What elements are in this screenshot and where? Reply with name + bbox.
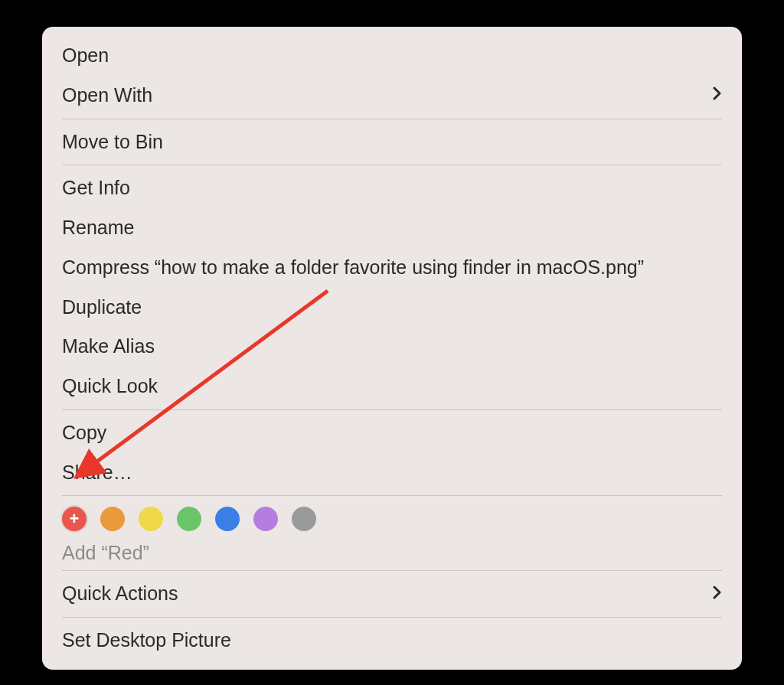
menu-item-label: Make Alias <box>62 331 155 361</box>
menu-divider <box>62 165 722 165</box>
menu-item-label: Share… <box>62 458 132 488</box>
plus-icon: + <box>70 510 80 527</box>
chevron-right-icon <box>713 82 722 108</box>
tag-red[interactable]: + <box>62 507 87 531</box>
menu-divider <box>62 570 722 571</box>
menu-item-compress[interactable]: Compress “how to make a folder favorite … <box>42 248 742 288</box>
menu-divider <box>62 495 722 496</box>
tag-green[interactable] <box>177 507 201 531</box>
tag-yellow[interactable] <box>139 507 163 531</box>
tag-row: + <box>62 507 722 531</box>
menu-item-label: Quick Actions <box>62 579 178 608</box>
menu-item-quick-actions[interactable]: Quick Actions <box>42 574 742 614</box>
menu-item-quick-look[interactable]: Quick Look <box>42 367 742 406</box>
tag-orange[interactable] <box>100 507 125 531</box>
menu-item-rename[interactable]: Rename <box>42 208 742 248</box>
menu-item-label: Duplicate <box>62 292 142 322</box>
tag-blue[interactable] <box>215 507 240 531</box>
menu-item-label: Open With <box>62 80 152 110</box>
menu-item-label: Set Desktop Picture <box>62 625 231 655</box>
menu-divider <box>62 119 722 119</box>
menu-item-label: Get Info <box>62 173 130 203</box>
menu-item-open-with[interactable]: Open With <box>42 76 742 116</box>
tag-purple[interactable] <box>253 507 278 531</box>
menu-item-duplicate[interactable]: Duplicate <box>42 288 742 328</box>
tag-gray[interactable] <box>292 507 316 531</box>
tag-caption: Add “Red” <box>62 542 722 564</box>
menu-item-label: Move to Bin <box>62 127 163 157</box>
tags-section: + Add “Red” <box>42 499 742 567</box>
menu-item-label: Compress “how to make a folder favorite … <box>62 253 644 282</box>
menu-item-label: Quick Look <box>62 371 158 401</box>
menu-item-label: Copy <box>62 418 106 448</box>
menu-item-copy[interactable]: Copy <box>42 413 742 453</box>
menu-item-share[interactable]: Share… <box>42 453 742 493</box>
menu-divider <box>62 409 722 410</box>
menu-divider <box>62 617 722 618</box>
menu-item-make-alias[interactable]: Make Alias <box>42 327 742 367</box>
chevron-right-icon <box>713 581 722 607</box>
menu-item-label: Rename <box>62 213 135 243</box>
context-menu: Open Open With Move to Bin Get Info Rena… <box>42 27 742 670</box>
menu-item-set-desktop-picture[interactable]: Set Desktop Picture <box>42 621 742 661</box>
menu-item-move-to-bin[interactable]: Move to Bin <box>42 122 742 162</box>
menu-item-open[interactable]: Open <box>42 36 742 76</box>
menu-item-get-info[interactable]: Get Info <box>42 168 742 208</box>
menu-item-label: Open <box>62 41 109 70</box>
